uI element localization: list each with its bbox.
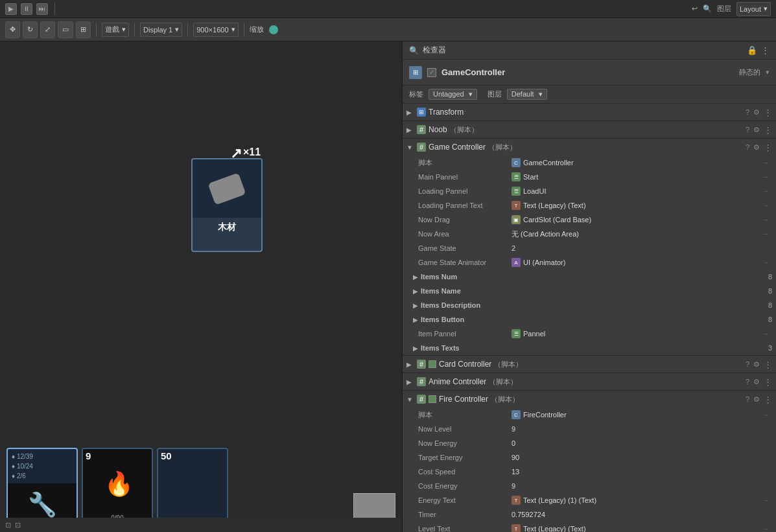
transform-tool-btn[interactable]: ⊞ <box>76 21 91 38</box>
static-arrow[interactable]: ▾ <box>766 68 770 76</box>
gc-main-pannel-label: Main Pannel <box>418 173 509 181</box>
game-view-statusbar: ⊡ ⊡ <box>0 518 402 532</box>
gc-now-area-value: 无 (Card Action Area) <box>511 229 579 239</box>
transform-help-icon[interactable]: ? <box>746 108 749 116</box>
object-active-checkbox[interactable]: ✓ <box>427 68 436 77</box>
items-name-label: Items Name <box>421 287 461 295</box>
items-button-header[interactable]: ▶ Items Button 8 <box>403 312 776 327</box>
step-button[interactable]: ⏭ <box>36 3 48 15</box>
gc-settings-icon[interactable]: ⚙ <box>753 143 760 152</box>
ac-settings-icon[interactable]: ⚙ <box>753 378 760 386</box>
items-num-header[interactable]: ▶ Items Num 8 <box>403 270 776 284</box>
fc-script-ref: C FireController <box>511 410 760 419</box>
fire-controller-header[interactable]: ▼ # Fire Controller （脚本） ? ⚙ ⋮ <box>403 391 776 408</box>
gc-loading-text-link[interactable]: → <box>762 202 770 209</box>
separator <box>54 3 55 15</box>
bottom-card-1[interactable]: ♦ 12/39 ♦ 10/24 ♦ 2/6 <box>6 448 78 526</box>
noob-help-icon[interactable]: ? <box>746 126 749 133</box>
gc-now-drag-icon: ▣ <box>511 215 521 224</box>
transform-settings-icon[interactable]: ⚙ <box>753 108 760 117</box>
gc-game-state-animator-label: Game State Animator <box>418 259 509 266</box>
gc-help-icon[interactable]: ? <box>746 143 749 151</box>
fc-timer-row: Timer 0.7592724 <box>403 507 776 522</box>
cc-more-icon[interactable]: ⋮ <box>764 360 772 369</box>
fc-settings-icon[interactable]: ⚙ <box>753 395 760 404</box>
noob-header[interactable]: ▶ # Noob （脚本） ? ⚙ ⋮ <box>403 121 776 138</box>
gc-now-drag-link[interactable]: → <box>762 216 770 224</box>
top-bar: ▶ ⏸ ⏭ ↩ 🔍 图层 Layout ▾ <box>0 0 776 18</box>
fc-energy-text-value: Text (Legacy) (1) (Text) <box>523 496 596 504</box>
gc-game-state-animator-icon: A <box>511 258 521 267</box>
fc-timer-value: 0.7592724 <box>511 511 770 518</box>
transform-more-icon[interactable]: ⋮ <box>764 108 772 117</box>
anime-controller-name: Anime Controller <box>429 377 486 386</box>
inspector-more-icon[interactable]: ⋮ <box>761 45 770 55</box>
anime-controller-toggle: ▶ <box>406 378 414 386</box>
fc-energy-text-ref: T Text (Legacy) (1) (Text) <box>511 496 760 505</box>
bottom-card-2[interactable]: 9 0/90 <box>82 448 153 526</box>
ac-more-icon[interactable]: ⋮ <box>764 377 772 387</box>
fc-script-link[interactable]: → <box>762 411 770 419</box>
fc-energy-text-icon: T <box>511 496 521 505</box>
fc-energy-text-link[interactable]: → <box>762 496 770 504</box>
cc-settings-icon[interactable]: ⚙ <box>753 360 760 369</box>
game-dropdown[interactable]: 遊戲 ▾ <box>102 23 129 37</box>
transform-header-right: ? ⚙ ⋮ <box>746 108 772 117</box>
resolution-dropdown[interactable]: 900×1600 ▾ <box>193 23 238 37</box>
layer-dropdown[interactable]: Default ▾ <box>507 89 547 100</box>
undo-icon[interactable]: ↩ <box>692 5 698 13</box>
noob-badge: （脚本） <box>450 125 478 135</box>
main-area: ↗ ×11 木材 ♦ 12/39 <box>0 41 776 532</box>
noob-settings-icon[interactable]: ⚙ <box>753 126 760 134</box>
noob-more-icon[interactable]: ⋮ <box>764 125 772 135</box>
gc-script-link[interactable]: → <box>762 159 770 167</box>
anime-controller-header[interactable]: ▶ # Anime Controller （脚本） ? ⚙ ⋮ <box>403 373 776 390</box>
card-controller-header[interactable]: ▶ # Card Controller （脚本） ? ⚙ ⋮ <box>403 356 776 373</box>
rotate-tool-btn[interactable]: ↻ <box>23 21 38 38</box>
wrench-icon <box>28 491 57 518</box>
fc-script-label: 脚本 <box>418 410 509 420</box>
gc-header-right: ? ⚙ ⋮ <box>746 143 772 152</box>
items-texts-header[interactable]: ▶ Items Texts 3 <box>403 341 776 355</box>
tag-layer-row: 标签 Untagged ▾ 图层 Default ▾ <box>403 86 776 104</box>
card-box: 木材 <box>191 158 263 252</box>
gc-now-area-row: Now Area 无 (Card Action Area) → <box>403 227 776 241</box>
gc-main-pannel-link[interactable]: → <box>762 173 770 181</box>
move-tool-btn[interactable]: ✥ <box>5 21 20 38</box>
play-button[interactable]: ▶ <box>5 3 17 15</box>
gc-more-icon[interactable]: ⋮ <box>764 143 772 152</box>
rect-tool-btn[interactable]: ▭ <box>58 21 73 38</box>
cc-help-icon[interactable]: ? <box>746 360 749 368</box>
fc-level-text-link[interactable]: → <box>762 525 770 532</box>
pause-button[interactable]: ⏸ <box>21 3 32 15</box>
item-pannel-link[interactable]: → <box>762 330 770 338</box>
search-icon[interactable]: 🔍 <box>703 5 712 13</box>
items-description-header[interactable]: ▶ Items Description 8 <box>403 298 776 312</box>
floating-card: ↗ ×11 木材 <box>191 158 269 262</box>
gc-loading-text-ref: T Text (Legacy) (Text) <box>511 201 760 210</box>
bottom-card-3[interactable]: 50 <box>157 448 228 526</box>
items-name-header[interactable]: ▶ Items Name 8 <box>403 284 776 298</box>
item-pannel-value: Pannel <box>523 330 545 338</box>
fc-more-icon[interactable]: ⋮ <box>764 395 772 404</box>
noob-header-right: ? ⚙ ⋮ <box>746 125 772 135</box>
gc-now-area-link[interactable]: → <box>762 230 770 238</box>
fc-now-energy-row: Now Energy 0 <box>403 436 776 450</box>
scale-tool-btn[interactable]: ⤢ <box>40 21 55 38</box>
layout-dropdown[interactable]: Layout ▾ <box>736 2 771 16</box>
small-card[interactable] <box>353 493 395 519</box>
fc-timer-label: Timer <box>418 511 509 518</box>
ac-help-icon[interactable]: ? <box>746 378 749 386</box>
gc-loading-pannel-link[interactable]: → <box>762 187 770 195</box>
inspector-lock-icon[interactable]: 🔒 <box>747 45 757 55</box>
anime-controller-component: ▶ # Anime Controller （脚本） ? ⚙ ⋮ <box>403 373 776 391</box>
transform-header[interactable]: ▶ ⊞ Transform ? ⚙ ⋮ <box>403 104 776 121</box>
tag-dropdown[interactable]: Untagged ▾ <box>429 89 477 100</box>
fire-controller-checkbox[interactable] <box>429 395 436 403</box>
display-dropdown[interactable]: Display 1 ▾ <box>140 23 182 37</box>
card-controller-checkbox[interactable] <box>429 360 436 368</box>
fc-now-level-value: 9 <box>511 425 770 433</box>
game-controller-header[interactable]: ▼ # Game Controller （脚本） ? ⚙ ⋮ <box>403 139 776 156</box>
fc-help-icon[interactable]: ? <box>746 395 749 403</box>
gc-game-state-animator-link[interactable]: → <box>762 259 770 266</box>
